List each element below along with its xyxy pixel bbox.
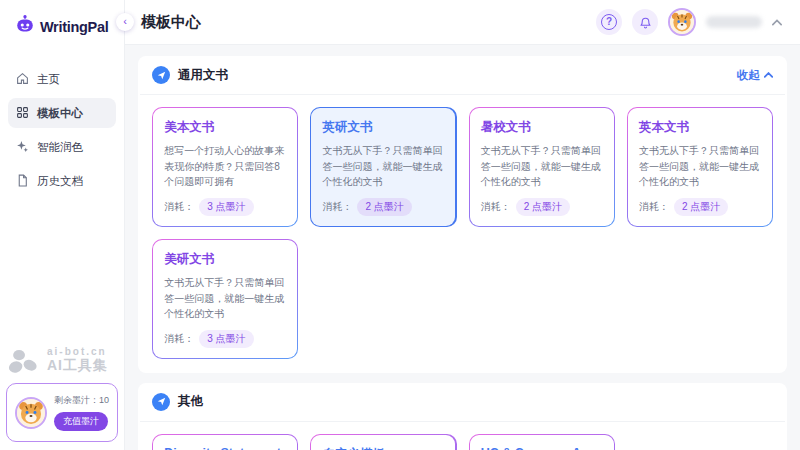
template-card[interactable]: 英本文书 文书无从下手？只需简单回答一些问题，就能一键生成个性化的文书 消耗： … — [627, 107, 773, 227]
help-icon[interactable]: ? — [596, 9, 622, 35]
template-card-footer: 消耗： 2 点墨汁 — [481, 190, 603, 216]
template-card-title: 英本文书 — [639, 119, 761, 136]
template-card-title: 英研文书 — [322, 119, 444, 136]
ink-cost-badge: 2 点墨汁 — [516, 198, 570, 216]
collapse-section-button[interactable]: 收起 — [737, 68, 773, 83]
paper-plane-icon — [152, 393, 170, 411]
avatar — [15, 397, 47, 429]
template-card[interactable]: 美研文书 文书无从下手？只需简单回答一些问题，就能一键生成个性化的文书 消耗： … — [152, 239, 298, 359]
template-card-title: 暑校文书 — [481, 119, 603, 136]
sidebar-item-history-docs[interactable]: 历史文档 — [8, 166, 116, 196]
app-logo: WritingPal — [0, 0, 124, 50]
sparkle-icon — [16, 140, 29, 155]
ink-cost-badge: 2 点墨汁 — [674, 198, 728, 216]
template-card-title: UC & Common App 活动列表 — [481, 446, 603, 450]
cost-prefix-label: 消耗： — [164, 200, 194, 214]
cost-prefix-label: 消耗： — [322, 200, 352, 214]
cost-prefix-label: 消耗： — [164, 332, 194, 346]
template-card[interactable]: 暑校文书 文书无从下手？只需简单回答一些问题，就能一键生成个性化的文书 消耗： … — [469, 107, 615, 227]
template-card-grid: 美本文书 想写一个打动人心的故事来表现你的特质？只需回答8个问题即可拥有 消耗：… — [138, 95, 787, 373]
sidebar-bottom: ai-bot.cn AI工具集 剩余墨汁：10 充值墨汁 — [0, 342, 124, 450]
ink-cost-badge: 3 点墨汁 — [199, 198, 253, 216]
cost-prefix-label: 消耗： — [481, 200, 511, 214]
section-header: 其他 — [138, 383, 787, 421]
watermark-domain: ai-bot.cn — [47, 346, 108, 357]
document-icon — [16, 174, 29, 189]
section-title: 其他 — [178, 393, 203, 410]
main-area: ‹ 模板中心 ? — [125, 0, 800, 450]
watermark: ai-bot.cn AI工具集 — [6, 342, 118, 383]
content-scroll-area[interactable]: 通用文书 收起 美本文书 想写一个打动人心的故事来表现你的特质？只需回答8个问题… — [125, 45, 800, 450]
recharge-ink-button[interactable]: 充值墨汁 — [54, 412, 108, 431]
template-card[interactable]: UC & Common App 活动列表 总是拿捏不准限定的字数？交给我们！ 消… — [469, 434, 615, 450]
sidebar-item-template-center[interactable]: 模板中心 — [8, 98, 116, 128]
sidebar-item-smart-polish[interactable]: 智能润色 — [8, 132, 116, 162]
template-card-title: 美本文书 — [164, 119, 286, 136]
grid-icon — [16, 106, 29, 121]
sidebar-item-label: 模板中心 — [37, 106, 83, 121]
username-masked — [706, 16, 762, 28]
user-avatar[interactable] — [668, 8, 696, 36]
ink-cost-badge: 3 点墨汁 — [199, 330, 253, 348]
template-card-footer: 消耗： 3 点墨汁 — [164, 322, 286, 348]
user-ink-card: 剩余墨汁：10 充值墨汁 — [6, 383, 118, 442]
sidebar-collapse-button[interactable]: ‹ — [116, 13, 134, 31]
template-card-footer: 消耗： 2 点墨汁 — [322, 190, 444, 216]
chevron-up-icon[interactable] — [772, 17, 782, 28]
section-header: 通用文书 收起 — [138, 56, 787, 94]
template-card[interactable]: 美本文书 想写一个打动人心的故事来表现你的特质？只需回答8个问题即可拥有 消耗：… — [152, 107, 298, 227]
app-name: WritingPal — [40, 19, 108, 35]
topbar-actions: ? — [596, 8, 782, 36]
template-card-grid: Diversity Statement 把你的独特经历告诉墨宝，就能讲述你不一样… — [138, 422, 787, 450]
template-card-title: 美研文书 — [164, 251, 286, 268]
sidebar-item-label: 智能润色 — [37, 140, 83, 155]
watermark-title: AI工具集 — [47, 357, 108, 375]
template-card-title: Diversity Statement — [164, 446, 286, 450]
sidebar-item-home[interactable]: 主页 — [8, 64, 116, 94]
sidebar-item-label: 历史文档 — [37, 174, 83, 189]
ai-bot-logo-icon — [8, 348, 42, 374]
template-card[interactable]: 自定义模板 根据自身的需求，自行设计问题的模版，并且可以保存和收藏在未来使用 消… — [310, 434, 456, 450]
template-card-description: 文书无从下手？只需简单回答一些问题，就能一键生成个性化的文书 — [164, 275, 286, 322]
paper-plane-icon — [152, 66, 170, 84]
page-title: 模板中心 — [141, 13, 201, 32]
app-root: WritingPal 主页 模板中心 智能润色 历史文档 — [0, 0, 800, 450]
template-card[interactable]: 英研文书 文书无从下手？只需简单回答一些问题，就能一键生成个性化的文书 消耗： … — [310, 107, 456, 227]
template-card-title: 自定义模板 — [322, 446, 444, 450]
template-card-description: 想写一个打动人心的故事来表现你的特质？只需回答8个问题即可拥有 — [164, 143, 286, 190]
template-card-description: 文书无从下手？只需简单回答一些问题，就能一键生成个性化的文书 — [481, 143, 603, 190]
sidebar-nav: 主页 模板中心 智能润色 历史文档 — [0, 64, 124, 196]
template-card-description: 文书无从下手？只需简单回答一些问题，就能一键生成个性化的文书 — [639, 143, 761, 190]
section-general-docs: 通用文书 收起 美本文书 想写一个打动人心的故事来表现你的特质？只需回答8个问题… — [138, 56, 787, 373]
notification-bell-icon[interactable] — [632, 9, 658, 35]
template-card-footer: 消耗： 3 点墨汁 — [164, 190, 286, 216]
robot-logo-icon — [14, 14, 36, 40]
template-card-footer: 消耗： 2 点墨汁 — [639, 190, 761, 216]
topbar: 模板中心 ? — [125, 0, 800, 45]
template-card-description: 文书无从下手？只需简单回答一些问题，就能一键生成个性化的文书 — [322, 143, 444, 190]
chevron-up-icon — [764, 72, 773, 78]
ink-cost-badge: 2 点墨汁 — [357, 198, 411, 216]
remaining-ink-label: 剩余墨汁：10 — [54, 394, 109, 407]
sidebar: WritingPal 主页 模板中心 智能润色 历史文档 — [0, 0, 125, 450]
cost-prefix-label: 消耗： — [639, 200, 669, 214]
section-others: 其他 Diversity Statement 把你的独特经历告诉墨宝，就能讲述你… — [138, 383, 787, 450]
sidebar-item-label: 主页 — [37, 72, 60, 87]
home-icon — [16, 72, 29, 87]
section-title: 通用文书 — [178, 67, 228, 84]
template-card[interactable]: Diversity Statement 把你的独特经历告诉墨宝，就能讲述你不一样… — [152, 434, 298, 450]
